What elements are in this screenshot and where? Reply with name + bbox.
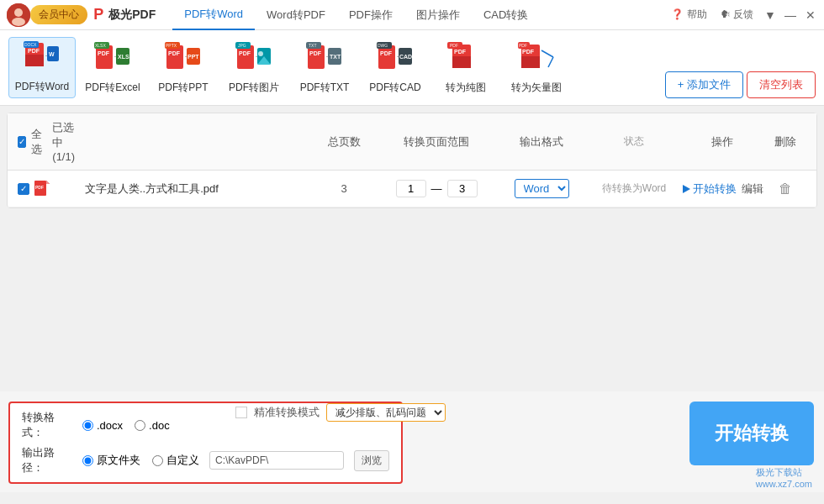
format-docx-option[interactable]: .docx — [82, 419, 123, 432]
vip-button[interactable]: 会员中心 — [30, 5, 87, 24]
svg-text:PPTX: PPTX — [166, 43, 177, 48]
row-operations: 开始转换 编辑 — [680, 181, 764, 197]
pdf-to-word-icon: PDF → W DOCX — [24, 41, 61, 78]
tool-pdf-to-word[interactable]: PDF → W DOCX PDF转Word — [8, 37, 76, 98]
tool-pdf-to-excel[interactable]: PDF → XLS XLSX PDF转Excel — [79, 39, 146, 98]
svg-rect-54 — [521, 56, 540, 68]
svg-text:TXT: TXT — [330, 54, 341, 60]
header-operations: 操作 — [680, 134, 764, 150]
svg-text:JPG: JPG — [238, 43, 246, 48]
svg-text:DWG: DWG — [378, 43, 388, 48]
delete-button[interactable]: 🗑 — [779, 181, 792, 196]
output-label: 输出路径： — [22, 445, 72, 475]
row-checkbox[interactable] — [18, 183, 29, 195]
row-page-range: — — [378, 180, 495, 197]
select-all-checkbox[interactable] — [18, 136, 26, 148]
svg-point-1 — [14, 8, 23, 17]
svg-text:PDF: PDF — [35, 185, 44, 190]
svg-rect-49 — [452, 56, 471, 68]
pdf-to-excel-icon: PDF → XLS XLSX — [94, 42, 131, 79]
watermark: 极光下载站 www.xz7.com — [756, 466, 812, 489]
svg-text:DOCX: DOCX — [24, 42, 37, 47]
svg-text:XLS: XLS — [118, 54, 129, 60]
format-select[interactable]: Word — [515, 179, 569, 198]
header-total-pages: 总页数 — [310, 134, 378, 150]
svg-text:PDF: PDF — [28, 48, 40, 54]
precision-area: 精准转换模式 减少排版、乱码问题 — [235, 403, 446, 422]
close-btn[interactable]: ✕ — [804, 8, 817, 22]
format-docx-label: .docx — [97, 419, 123, 432]
nav-tabs: PDF转Word Word转PDF PDF操作 图片操作 CAD转换 — [172, 0, 668, 30]
row-check-col: PDF — [18, 181, 85, 197]
nav-tab-pdf-ops[interactable]: PDF操作 — [337, 1, 404, 29]
output-path-input[interactable] — [209, 451, 344, 470]
pdf-to-cad-icon: PDF → CAD DWG — [377, 42, 414, 79]
format-radio-group: .docx .doc — [82, 419, 170, 432]
add-file-button[interactable]: + 添加文件 — [665, 71, 743, 98]
clear-list-button[interactable]: 清空列表 — [747, 71, 816, 98]
row-status: 待转换为Word — [588, 181, 680, 196]
precision-checkbox[interactable] — [235, 407, 247, 418]
tool-to-vector[interactable]: PDF PDF 转为矢量图 — [503, 39, 570, 98]
row-filename: 文字是人类..方式和工具.pdf — [85, 181, 310, 197]
svg-text:XLSX: XLSX — [95, 43, 106, 48]
range-end-input[interactable] — [447, 180, 478, 197]
pdf-to-img-icon: PDF → JPG — [235, 42, 272, 79]
output-custom-option[interactable]: 自定义 — [152, 453, 199, 468]
tool-pdf-to-img[interactable]: PDF → JPG PDF转图片 — [220, 39, 288, 98]
output-original-option[interactable]: 原文件夹 — [82, 453, 140, 468]
table-row: PDF 文字是人类..方式和工具.pdf 3 — Word 待转换为Word — [8, 171, 816, 207]
tool-pdf-to-ppt[interactable]: PDF → PPT PPTX PDF转PPT — [150, 39, 217, 98]
feedback-btn[interactable]: 🗣 反馈 — [717, 6, 757, 24]
output-path-row: 输出路径： 原文件夹 自定义 浏览 — [22, 445, 389, 475]
svg-rect-25 — [237, 45, 254, 69]
titlebar-right: ❓ 帮助 🗣 反馈 ▼ — ✕ — [668, 6, 817, 24]
to-plain-icon: PDF PDF — [447, 42, 484, 79]
header-delete: 删除 — [764, 134, 806, 150]
maximize-btn[interactable]: — — [784, 8, 797, 22]
output-custom-label: 自定义 — [166, 453, 199, 468]
nav-tab-cad-convert[interactable]: CAD转换 — [472, 1, 540, 29]
to-plain-label: 转为纯图 — [446, 81, 486, 95]
file-table: 全选 已选中(1/1) 总页数 转换页面范围 输出格式 状态 操作 删除 PDF — [7, 113, 817, 208]
main-convert-button[interactable]: 开始转换 — [689, 402, 814, 465]
svg-text:W: W — [49, 51, 55, 57]
app-name: 极光PDF — [108, 8, 156, 23]
pdf-to-ppt-icon: PDF → PPT PPTX — [165, 42, 202, 79]
help-btn[interactable]: ❓ 帮助 — [668, 6, 710, 24]
precision-select[interactable]: 减少排版、乱码问题 — [326, 403, 446, 422]
output-original-radio[interactable] — [82, 455, 93, 466]
svg-rect-11 — [96, 45, 113, 69]
format-label: 转换格式： — [22, 410, 72, 440]
start-convert-button[interactable]: 开始转换 — [681, 181, 737, 197]
format-doc-radio[interactable] — [135, 420, 145, 431]
nav-tab-pdf-to-word[interactable]: PDF转Word — [172, 0, 255, 30]
edit-button[interactable]: 编辑 — [742, 181, 763, 197]
tool-pdf-to-word-label: PDF转Word — [15, 80, 69, 94]
tool-pdf-to-excel-label: PDF转Excel — [85, 81, 140, 95]
format-doc-label: .doc — [149, 419, 170, 432]
play-icon — [681, 184, 691, 194]
format-docx-radio[interactable] — [82, 420, 93, 431]
svg-rect-40 — [378, 45, 395, 69]
svg-text:CAD: CAD — [399, 54, 412, 60]
range-start-input[interactable] — [396, 180, 426, 197]
minimize-btn[interactable]: ▼ — [763, 8, 777, 22]
tool-pdf-to-txt[interactable]: PDF → TXT TXT PDF转TXT — [291, 39, 358, 98]
output-custom-radio[interactable] — [152, 455, 163, 466]
browse-button[interactable]: 浏览 — [354, 450, 389, 471]
header-status: 状态 — [588, 134, 680, 149]
svg-text:PDF: PDF — [98, 50, 110, 56]
svg-text:PDF: PDF — [454, 49, 467, 55]
tool-to-plain[interactable]: PDF PDF 转为纯图 — [432, 39, 499, 98]
tool-pdf-to-cad[interactable]: PDF → CAD DWG PDF转CAD — [362, 39, 429, 98]
svg-rect-18 — [166, 45, 183, 69]
nav-tab-word-to-pdf[interactable]: Word转PDF — [255, 1, 337, 29]
format-doc-option[interactable]: .doc — [135, 419, 170, 432]
titlebar: 会员中心 P 极光PDF PDF转Word Word转PDF PDF操作 图片操… — [0, 0, 824, 30]
nav-tab-img-ops[interactable]: 图片操作 — [404, 1, 472, 29]
to-vector-label: 转为矢量图 — [511, 81, 562, 95]
app-logo: P — [93, 6, 103, 24]
svg-line-58 — [548, 57, 553, 67]
svg-point-2 — [12, 18, 25, 26]
